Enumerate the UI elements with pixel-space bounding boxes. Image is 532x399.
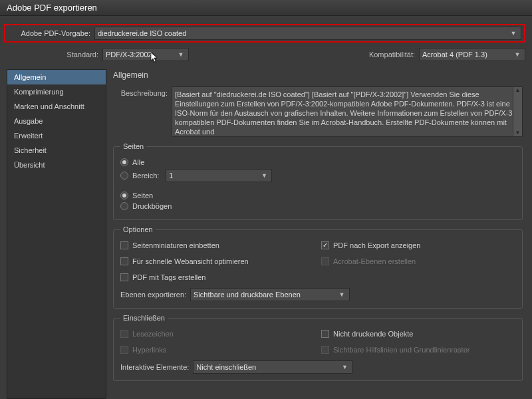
checkbox-icon <box>321 257 329 265</box>
sidebar-item-output[interactable]: Ausgabe <box>7 114 106 128</box>
interactive-elements-dropdown[interactable]: Nicht einschließen ▼ <box>193 360 352 374</box>
interactive-elements-label: Interaktive Elemente: <box>120 363 189 371</box>
titlebar: Adobe PDF exportieren <box>0 0 532 16</box>
options-legend: Optionen <box>120 225 156 233</box>
checkbox-icon <box>120 273 128 281</box>
check-tagged-pdf[interactable]: PDF mit Tags erstellen <box>120 273 315 281</box>
scroll-down-icon: ▼ <box>515 130 521 136</box>
radio-all[interactable]: Alle <box>120 158 515 166</box>
chevron-down-icon: ▼ <box>509 30 518 37</box>
description-text: [Basiert auf "diedruckerei.de ISO coated… <box>175 90 515 136</box>
check-nonprinting-objects[interactable]: Nicht druckende Objekte <box>321 330 515 338</box>
panel-title: Allgemein <box>113 69 523 82</box>
radio-spreads[interactable]: Druckbögen <box>120 202 515 210</box>
check-bookmarks: Lesezeichen <box>120 330 315 338</box>
chevron-down-icon: ▼ <box>340 364 349 370</box>
chevron-down-icon: ▼ <box>259 172 269 179</box>
interactive-elements-row: Interaktive Elemente: Nicht einschließen… <box>120 360 515 374</box>
checkbox-icon <box>321 330 329 338</box>
compat-dropdown[interactable]: Acrobat 4 (PDF 1.3) ▼ <box>419 48 525 61</box>
sidebar-item-security[interactable]: Sicherheit <box>7 143 106 158</box>
preset-row: Adobe PDF-Vorgabe: diedruckerei.de ISO c… <box>4 24 525 43</box>
checkbox-icon <box>120 330 128 338</box>
standard-label: Standard: <box>7 51 98 59</box>
standard-dropdown[interactable]: PDF/X-3:2002 ▼ <box>102 48 189 61</box>
sidebar-item-advanced[interactable]: Erweitert <box>7 128 106 143</box>
radio-pages[interactable]: Seiten <box>120 192 515 200</box>
checkbox-icon <box>321 346 329 354</box>
general-panel: Allgemein Beschreibung: [Basiert auf "di… <box>113 69 525 399</box>
radio-icon <box>120 172 128 180</box>
dialog-content: Adobe PDF-Vorgabe: diedruckerei.de ISO c… <box>0 16 532 399</box>
export-layers-dropdown[interactable]: Sichtbare und druckbare Ebenen ▼ <box>190 288 350 301</box>
sidebar-item-compression[interactable]: Komprimierung <box>7 84 106 99</box>
category-sidebar: Allgemein Komprimierung Marken und Ansch… <box>7 69 106 399</box>
mouse-cursor-icon <box>151 53 159 63</box>
preset-value: diedruckerei.de ISO coated <box>98 29 186 37</box>
scroll-up-icon: ▲ <box>515 87 521 94</box>
description-textarea[interactable]: [Basiert auf "diedruckerei.de ISO coated… <box>172 86 523 137</box>
standard-compat-row: Standard: PDF/X-3:2002 ▼ Kompatibilität:… <box>7 48 525 61</box>
options-fieldset: Optionen Seitenminiaturen einbetten PDF … <box>113 225 523 309</box>
include-fieldset: Einschließen Lesezeichen Nicht druckende… <box>113 314 523 381</box>
radio-icon <box>120 158 128 166</box>
preset-label: Adobe PDF-Vorgabe: <box>8 29 90 37</box>
description-label: Beschreibung: <box>113 86 168 137</box>
check-view-after-export[interactable]: PDF nach Export anzeigen <box>321 241 515 249</box>
check-acrobat-layers: Acrobat-Ebenen erstellen <box>321 257 515 265</box>
radio-icon <box>120 192 128 200</box>
chevron-down-icon: ▼ <box>176 51 186 58</box>
chevron-down-icon: ▼ <box>513 51 522 58</box>
preset-dropdown[interactable]: diedruckerei.de ISO coated ▼ <box>94 27 521 40</box>
checkbox-icon <box>321 241 329 249</box>
check-fast-web-view[interactable]: Für schnelle Webansicht optimieren <box>120 257 315 265</box>
export-layers-label: Ebenen exportieren: <box>120 291 186 299</box>
main-area: Allgemein Komprimierung Marken und Ansch… <box>7 69 525 399</box>
sidebar-item-general[interactable]: Allgemein <box>7 70 106 84</box>
window-title: Adobe PDF exportieren <box>7 3 97 13</box>
compat-label: Kompatibilität: <box>323 51 415 59</box>
pages-legend: Seiten <box>120 142 146 150</box>
checkbox-icon <box>120 257 128 265</box>
pages-fieldset: Seiten Alle Bereich: 1 ▼ <box>113 142 523 220</box>
check-guides-grids: Sichtbare Hilfslinien und Grundlinienras… <box>321 346 515 354</box>
check-thumbnails[interactable]: Seitenminiaturen einbetten <box>120 241 315 249</box>
description-row: Beschreibung: [Basiert auf "diedruckerei… <box>113 86 523 137</box>
include-legend: Einschließen <box>120 314 168 322</box>
sidebar-item-summary[interactable]: Übersicht <box>7 158 106 172</box>
checkbox-icon <box>120 241 128 249</box>
checkbox-icon <box>120 346 128 354</box>
check-hyperlinks: Hyperlinks <box>120 346 315 354</box>
export-layers-row: Ebenen exportieren: Sichtbare und druckb… <box>120 288 515 301</box>
compat-value: Acrobat 4 (PDF 1.3) <box>422 51 487 59</box>
radio-icon <box>120 202 128 210</box>
scrollbar[interactable]: ▲ ▼ <box>513 87 522 136</box>
sidebar-item-marks-bleed[interactable]: Marken und Anschnitt <box>7 99 106 114</box>
standard-value: PDF/X-3:2002 <box>106 51 152 59</box>
range-dropdown[interactable]: 1 ▼ <box>166 169 272 182</box>
export-pdf-dialog: Adobe PDF exportieren Adobe PDF-Vorgabe:… <box>0 0 532 399</box>
chevron-down-icon: ▼ <box>337 291 346 298</box>
radio-range[interactable]: Bereich: 1 ▼ <box>120 169 515 182</box>
